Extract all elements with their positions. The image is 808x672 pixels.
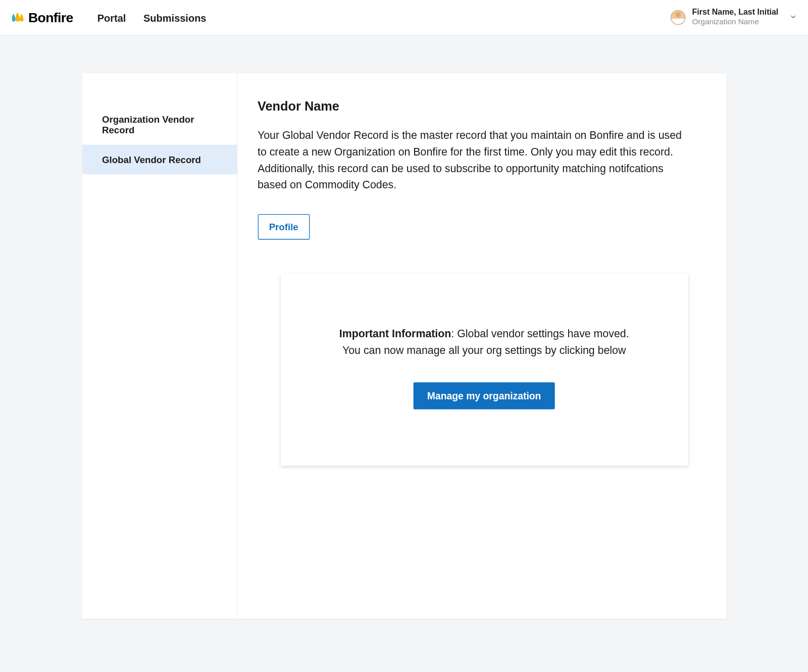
top-navbar: Bonfire Portal Submissions First Name, L… bbox=[0, 0, 808, 36]
sidebar: Organization Vendor Record Global Vendor… bbox=[82, 73, 237, 618]
content-area: Vendor Name Your Global Vendor Record is… bbox=[237, 73, 726, 618]
manage-my-organization-button[interactable]: Manage my organization bbox=[414, 382, 554, 409]
navbar-left: Bonfire Portal Submissions bbox=[10, 10, 207, 25]
sidebar-item-label: Organization Vendor Record bbox=[102, 114, 194, 135]
info-card: Important Information: Global vendor set… bbox=[280, 274, 688, 466]
sidebar-item-global-vendor-record[interactable]: Global Vendor Record bbox=[82, 145, 237, 175]
brand-name: Bonfire bbox=[28, 10, 73, 25]
nav-submissions[interactable]: Submissions bbox=[143, 12, 206, 23]
avatar bbox=[671, 10, 685, 25]
info-text: Important Information: Global vendor set… bbox=[308, 326, 661, 359]
user-name: First Name, Last Initial bbox=[692, 9, 779, 18]
user-menu[interactable]: First Name, Last Initial Organization Na… bbox=[671, 9, 797, 27]
user-text: First Name, Last Initial Organization Na… bbox=[692, 9, 779, 27]
info-line1-rest: : Global vendor settings have moved. bbox=[451, 328, 629, 340]
user-org: Organization Name bbox=[692, 18, 779, 27]
main-panel: Organization Vendor Record Global Vendor… bbox=[82, 73, 726, 618]
page-description: Your Global Vendor Record is the master … bbox=[258, 127, 688, 194]
nav-portal[interactable]: Portal bbox=[97, 12, 126, 23]
sidebar-item-label: Global Vendor Record bbox=[102, 154, 201, 165]
page-title: Vendor Name bbox=[258, 99, 706, 114]
tab-profile[interactable]: Profile bbox=[258, 214, 310, 240]
brand-logo[interactable]: Bonfire bbox=[10, 10, 73, 25]
page-body: Organization Vendor Record Global Vendor… bbox=[0, 36, 808, 619]
sidebar-item-org-vendor-record[interactable]: Organization Vendor Record bbox=[82, 105, 237, 145]
info-line2: You can now manage all your org settings… bbox=[342, 345, 626, 356]
flame-icon bbox=[10, 10, 26, 25]
tab-bar: Profile bbox=[258, 214, 706, 240]
info-bold-label: Important Information bbox=[339, 328, 451, 340]
nav-links: Portal Submissions bbox=[97, 12, 207, 23]
chevron-down-icon bbox=[785, 12, 797, 23]
